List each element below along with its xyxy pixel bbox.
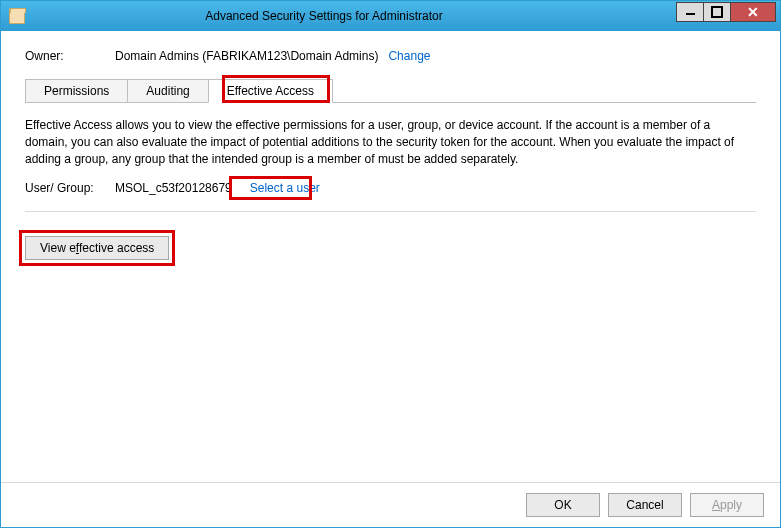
tab-effective-access[interactable]: Effective Access <box>208 79 333 103</box>
close-button[interactable]: ✕ <box>730 2 776 22</box>
user-group-row: User/ Group: MSOL_c53f20128679 Select a … <box>25 181 756 195</box>
apply-und: A <box>712 498 720 512</box>
folder-icon <box>9 8 25 24</box>
btn-text-post: fective access <box>79 241 154 255</box>
maximize-button[interactable] <box>703 2 731 22</box>
select-user-link[interactable]: Select a user <box>250 181 320 195</box>
btn-text-pre: View e <box>40 241 76 255</box>
owner-value: Domain Admins (FABRIKAM123\Domain Admins… <box>115 49 378 63</box>
change-owner-link[interactable]: Change <box>388 49 430 63</box>
security-settings-window: Advanced Security Settings for Administr… <box>0 0 781 528</box>
titlebar: Advanced Security Settings for Administr… <box>1 1 780 31</box>
ok-button[interactable]: OK <box>526 493 600 517</box>
content-area: Owner: Domain Admins (FABRIKAM123\Domain… <box>1 31 780 482</box>
divider <box>25 211 756 212</box>
tab-permissions[interactable]: Permissions <box>25 79 128 103</box>
user-group-value: MSOL_c53f20128679 <box>115 181 232 195</box>
view-effective-access-wrap: View effective access <box>25 236 169 260</box>
tab-auditing[interactable]: Auditing <box>127 79 208 103</box>
dialog-footer: OK Cancel Apply <box>1 482 780 527</box>
owner-label: Owner: <box>25 49 115 63</box>
cancel-button[interactable]: Cancel <box>608 493 682 517</box>
spacer <box>25 260 756 482</box>
owner-row: Owner: Domain Admins (FABRIKAM123\Domain… <box>25 49 756 63</box>
window-title: Advanced Security Settings for Administr… <box>0 9 677 23</box>
effective-access-description: Effective Access allows you to view the … <box>25 117 756 167</box>
user-group-label: User/ Group: <box>25 181 115 195</box>
apply-button[interactable]: Apply <box>690 493 764 517</box>
window-controls: ✕ <box>677 2 776 22</box>
tab-strip: Permissions Auditing Effective Access <box>25 79 756 103</box>
minimize-button[interactable] <box>676 2 704 22</box>
apply-post: pply <box>720 498 742 512</box>
view-effective-access-button[interactable]: View effective access <box>25 236 169 260</box>
